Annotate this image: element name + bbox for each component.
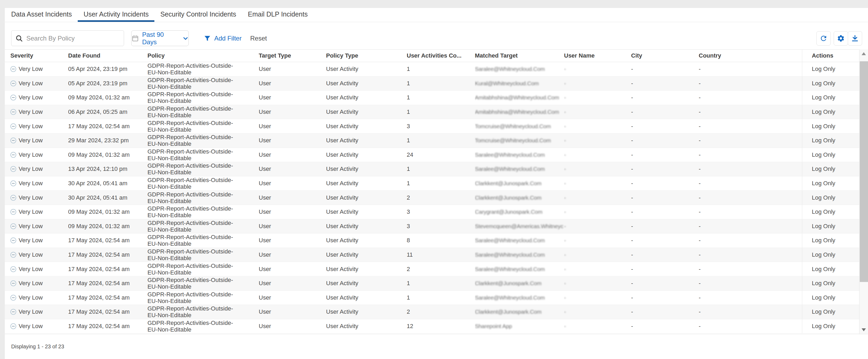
column-header-actions[interactable]: Actions	[802, 50, 859, 62]
city-cell: -	[631, 176, 699, 191]
activities-count-cell: 2	[405, 262, 475, 276]
tab-data-asset-incidents[interactable]: Data Asset Incidents	[5, 8, 78, 22]
policy-cell: GDPR-Report-Activities-Outside-EU-Non-Ed…	[148, 234, 239, 247]
add-filter-button[interactable]: Add Filter	[204, 30, 242, 46]
country-cell: -	[699, 305, 802, 319]
tab-email-dlp-incidents[interactable]: Email DLP Incidents	[242, 8, 314, 22]
tab-security-control-incidents[interactable]: Security Control Incidents	[154, 8, 242, 22]
column-header-country[interactable]: Country	[699, 50, 802, 62]
severity-label: Very Low	[19, 266, 43, 273]
target-type-cell: User	[259, 105, 326, 119]
tab-user-activity-incidents[interactable]: User Activity Incidents	[78, 8, 155, 22]
date-found-cell: 05 Apr 2024, 23:19 pm	[68, 62, 148, 76]
severity-label: Very Low	[19, 166, 43, 172]
table-row[interactable]: Very Low 17 May 2024, 02:54 am GDPR-Repo…	[5, 319, 868, 334]
activities-count-cell: 12	[405, 319, 475, 333]
refresh-button[interactable]	[816, 31, 831, 46]
search-input[interactable]	[26, 35, 120, 42]
date-found-cell: 05 Apr 2024, 23:19 pm	[68, 77, 148, 91]
activities-count-cell: 1	[405, 276, 475, 291]
settings-button[interactable]	[834, 31, 848, 46]
severity-label: Very Low	[19, 280, 43, 287]
column-header-date-found[interactable]: Date Found	[68, 50, 148, 62]
search-box[interactable]	[11, 30, 124, 46]
policy-cell: GDPR-Report-Activities-Outside-EU-Non-Ed…	[148, 148, 239, 162]
target-type-cell: User	[259, 191, 326, 205]
activities-count-cell: 24	[405, 148, 475, 162]
user-name-cell: -	[564, 223, 566, 229]
table-row[interactable]: Very Low 17 May 2024, 02:54 am GDPR-Repo…	[5, 276, 868, 291]
reset-button[interactable]: Reset	[250, 30, 267, 46]
target-type-cell: User	[259, 248, 326, 262]
table-row[interactable]: Very Low 17 May 2024, 02:54 am GDPR-Repo…	[5, 248, 868, 262]
user-name-cell: -	[564, 180, 566, 187]
download-button[interactable]	[848, 31, 862, 46]
date-range-label: Past 90 Days	[142, 31, 179, 46]
action-cell: Log Only	[802, 191, 859, 205]
scroll-up-arrow-icon	[862, 52, 866, 55]
date-found-cell: 17 May 2024, 02:54 am	[68, 233, 148, 248]
scroll-up-button[interactable]	[860, 49, 868, 58]
severity-very-low-icon	[10, 280, 16, 286]
column-header-matched-target[interactable]: Matched Target	[475, 50, 564, 62]
table-row[interactable]: Very Low 09 May 2024, 01:32 am GDPR-Repo…	[5, 219, 868, 234]
user-name-cell: -	[564, 195, 566, 201]
table-row[interactable]: Very Low 17 May 2024, 02:54 am GDPR-Repo…	[5, 233, 868, 248]
policy-cell: GDPR-Report-Activities-Outside-EU-Non-Ed…	[148, 277, 239, 290]
column-header-target-type[interactable]: Target Type	[259, 50, 326, 62]
action-cell: Log Only	[802, 91, 859, 105]
target-type-cell: User	[259, 233, 326, 248]
country-cell: -	[699, 191, 802, 205]
table-row[interactable]: Very Low 17 May 2024, 02:54 am GDPR-Repo…	[5, 262, 868, 276]
column-header-policy-type[interactable]: Policy Type	[326, 50, 405, 62]
table-row[interactable]: Very Low 17 May 2024, 02:54 am GDPR-Repo…	[5, 119, 868, 134]
policy-cell: GDPR-Report-Activities-Outside-EU-Non-Ed…	[148, 177, 239, 190]
table-row[interactable]: Very Low 09 May 2024, 01:32 am GDPR-Repo…	[5, 205, 868, 219]
action-cell: Log Only	[802, 105, 859, 119]
user-name-cell: -	[564, 137, 566, 144]
table-row[interactable]: Very Low 05 Apr 2024, 23:19 pm GDPR-Repo…	[5, 77, 868, 91]
policy-type-cell: User Activity	[326, 276, 405, 291]
matched-target-cell: Sharepoint App	[475, 323, 512, 329]
table-row[interactable]: Very Low 29 Mar 2024, 23:32 pm GDPR-Repo…	[5, 134, 868, 148]
country-cell: -	[699, 205, 802, 219]
severity-very-low-icon	[10, 66, 16, 72]
target-type-cell: User	[259, 319, 326, 333]
target-type-cell: User	[259, 205, 326, 219]
table-row[interactable]: Very Low 17 May 2024, 02:54 am GDPR-Repo…	[5, 291, 868, 305]
table-row[interactable]: Very Low 09 May 2024, 01:32 am GDPR-Repo…	[5, 91, 868, 105]
policy-type-cell: User Activity	[326, 291, 405, 305]
country-cell: -	[699, 291, 802, 305]
date-found-cell: 09 May 2024, 01:32 am	[68, 91, 148, 105]
date-found-cell: 17 May 2024, 02:54 am	[68, 276, 148, 291]
download-icon	[851, 34, 859, 43]
policy-type-cell: User Activity	[326, 305, 405, 319]
column-header-severity[interactable]: Severity	[5, 50, 68, 62]
city-cell: -	[631, 276, 699, 291]
vertical-scrollbar[interactable]	[859, 49, 868, 334]
scroll-down-button[interactable]	[860, 325, 868, 334]
table-row[interactable]: Very Low 05 Apr 2024, 23:19 pm GDPR-Repo…	[5, 62, 868, 77]
table-row[interactable]: Very Low 09 May 2024, 01:32 am GDPR-Repo…	[5, 148, 868, 162]
policy-cell: GDPR-Report-Activities-Outside-EU-Non-Ed…	[148, 105, 239, 119]
column-header-user-activities[interactable]: User Activities Co...	[405, 50, 475, 62]
matched-target-cell: Clarkkent@Junospark.Com	[475, 195, 541, 201]
scrollbar-thumb[interactable]	[860, 61, 868, 282]
matched-target-cell: Saralee@Whitneycloud.Com	[475, 237, 545, 244]
action-cell: Log Only	[802, 205, 859, 219]
activities-count-cell: 2	[405, 305, 475, 319]
policy-type-cell: User Activity	[326, 119, 405, 133]
table-row[interactable]: Very Low 30 Apr 2024, 05:41 am GDPR-Repo…	[5, 176, 868, 191]
column-header-city[interactable]: City	[631, 50, 699, 62]
table-row[interactable]: Very Low 06 Apr 2024, 05:25 am GDPR-Repo…	[5, 105, 868, 119]
column-header-user-name[interactable]: User Name	[564, 50, 631, 62]
date-range-dropdown[interactable]: Past 90 Days	[131, 30, 189, 46]
policy-type-cell: User Activity	[326, 319, 405, 333]
severity-label: Very Low	[19, 194, 43, 201]
column-header-policy[interactable]: Policy	[148, 50, 259, 62]
city-cell: -	[631, 319, 699, 333]
table-row[interactable]: Very Low 30 Apr 2024, 05:41 am GDPR-Repo…	[5, 191, 868, 205]
policy-type-cell: User Activity	[326, 233, 405, 248]
table-row[interactable]: Very Low 13 Apr 2024, 12:10 pm GDPR-Repo…	[5, 162, 868, 176]
table-row[interactable]: Very Low 17 May 2024, 02:54 am GDPR-Repo…	[5, 305, 868, 319]
